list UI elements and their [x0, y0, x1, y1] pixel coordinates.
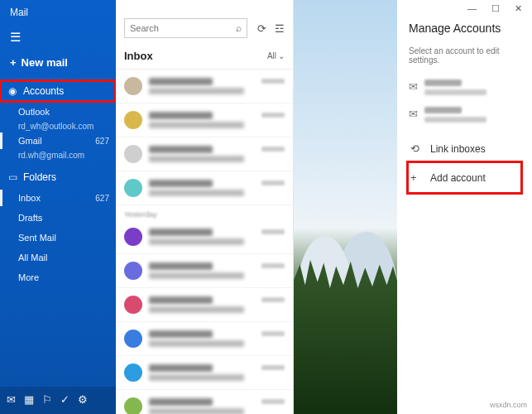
minimize-button[interactable]: —	[467, 3, 477, 17]
sidebar-account-1[interactable]: Outlook	[0, 102, 116, 122]
sidebar-account-2[interactable]: Gmail 627	[0, 131, 116, 151]
sidebar-bottom-bar: ✉ ▦ ⚐ ✓ ⚙	[0, 387, 116, 414]
sidebar-folder-sent[interactable]: Sent Mail	[0, 228, 116, 248]
avatar	[124, 330, 142, 348]
panel-account-1[interactable]: ✉	[409, 79, 520, 95]
account1-name: Outlook	[18, 107, 50, 117]
folder-more-label: More	[18, 272, 39, 282]
new-mail-button[interactable]: + New mail	[8, 56, 108, 69]
sidebar-item-accounts[interactable]: ◉ Accounts	[0, 80, 116, 102]
chevron-down-icon: ⌄	[278, 51, 285, 60]
message-date	[261, 79, 285, 84]
message-preview	[149, 109, 255, 131]
message-date	[261, 365, 285, 370]
sidebar: Mail ☰ + New mail ◉ Accounts Outlook rd_…	[0, 0, 116, 414]
todo-icon[interactable]: ✓	[60, 393, 69, 406]
message-date	[261, 399, 285, 404]
search-icon[interactable]: ⌕	[236, 22, 242, 34]
avatar	[124, 179, 142, 197]
message-preview	[149, 396, 255, 414]
account2-name: Gmail	[18, 136, 42, 146]
message-preview	[149, 294, 255, 315]
group-header: Yesterday	[116, 205, 293, 220]
refresh-icon[interactable]: ⟳	[257, 22, 266, 35]
message-preview	[149, 177, 255, 199]
link-icon: ⟲	[410, 142, 422, 155]
mail-icon[interactable]: ✉	[7, 393, 16, 406]
accounts-label: Accounts	[23, 85, 64, 97]
avatar	[124, 262, 142, 280]
avatar	[124, 77, 142, 95]
message-preview	[149, 328, 255, 349]
message-row[interactable]	[116, 137, 293, 171]
desktop-wallpaper	[294, 0, 397, 414]
app-name: Mail	[8, 7, 108, 18]
sidebar-folder-more[interactable]: More	[0, 267, 116, 287]
sidebar-folder-inbox[interactable]: Inbox 627	[0, 188, 116, 208]
folder-inbox-count: 627	[95, 194, 109, 203]
message-pane: ⌕ ⟳ ☲ Inbox All ⌄ Yesterday	[116, 0, 294, 414]
panel-account-2[interactable]: ✉	[409, 107, 520, 123]
avatar	[124, 145, 142, 163]
avatar	[124, 111, 142, 129]
folder-sent-label: Sent Mail	[18, 233, 56, 243]
message-list[interactable]: Yesterday	[116, 70, 293, 414]
search-box[interactable]: ⌕	[124, 18, 247, 38]
message-date	[261, 331, 285, 336]
avatar	[124, 296, 142, 314]
avatar	[124, 363, 142, 382]
link-inboxes-label: Link inboxes	[430, 143, 486, 155]
people-icon[interactable]: ⚐	[42, 393, 52, 406]
add-account-label: Add account	[430, 172, 486, 184]
account2-email: rd.wh@gmail.com	[0, 151, 116, 160]
account2-count: 627	[95, 137, 109, 146]
plus-icon: +	[410, 171, 422, 184]
select-icon[interactable]: ☲	[275, 22, 285, 35]
message-row[interactable]	[116, 171, 293, 205]
message-row[interactable]	[116, 220, 293, 254]
close-button[interactable]: ✕	[515, 3, 522, 17]
link-inboxes-button[interactable]: ⟲ Link inboxes	[409, 134, 520, 163]
avatar	[124, 228, 142, 246]
sidebar-folder-allmail[interactable]: All Mail	[0, 248, 116, 267]
message-preview	[149, 75, 255, 97]
message-preview	[149, 226, 255, 248]
message-row[interactable]	[116, 322, 293, 356]
list-toolbar: ⟳ ☲	[252, 21, 285, 36]
message-row[interactable]	[116, 104, 293, 137]
folder-icon: ▭	[7, 171, 18, 183]
sidebar-item-folders[interactable]: ▭ Folders	[0, 166, 116, 188]
manage-accounts-panel: Manage Accounts Select an account to edi…	[397, 0, 532, 414]
new-mail-label: New mail	[22, 56, 68, 69]
maximize-button[interactable]: ☐	[491, 3, 500, 17]
message-row[interactable]	[116, 288, 293, 322]
message-row[interactable]	[116, 356, 293, 390]
message-row[interactable]	[116, 70, 293, 104]
message-date	[261, 229, 285, 234]
message-date	[261, 297, 285, 302]
list-header-title: Inbox	[124, 50, 153, 62]
filter-dropdown[interactable]: All ⌄	[267, 51, 285, 60]
folder-drafts-label: Drafts	[18, 213, 42, 223]
panel-account-2-text	[424, 107, 486, 123]
message-row[interactable]	[116, 390, 293, 414]
watermark: wsxdn.com	[490, 401, 527, 409]
message-row[interactable]	[116, 254, 293, 288]
mail-icon: ✉	[409, 108, 418, 120]
mail-icon: ✉	[409, 80, 418, 93]
calendar-icon[interactable]: ▦	[24, 393, 34, 406]
message-date	[261, 147, 285, 152]
folder-inbox-label: Inbox	[18, 193, 41, 203]
folders-label: Folders	[23, 171, 56, 183]
search-input[interactable]	[130, 23, 236, 33]
window-controls: — ☐ ✕	[467, 0, 532, 17]
sidebar-folder-drafts[interactable]: Drafts	[0, 208, 116, 228]
add-account-button[interactable]: + Add account	[409, 163, 520, 192]
list-header: Inbox All ⌄	[116, 43, 293, 70]
hamburger-icon[interactable]: ☰	[8, 30, 108, 45]
panel-account-1-text	[424, 79, 486, 95]
message-date	[261, 181, 285, 185]
account1-email: rd_wh@outlook.com	[0, 122, 116, 131]
avatar	[124, 397, 142, 414]
settings-icon[interactable]: ⚙	[78, 393, 88, 406]
